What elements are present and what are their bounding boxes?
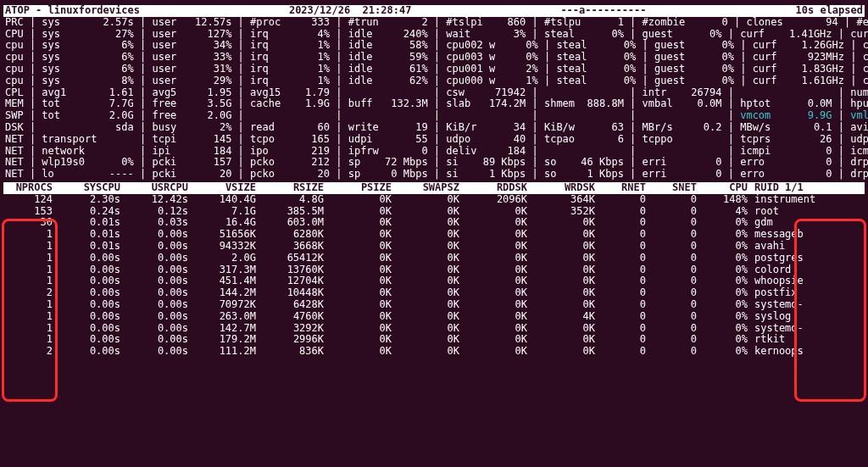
metric-value: 34%	[189, 40, 232, 52]
metric-value: 0%	[691, 52, 734, 64]
column-header[interactable]: WRDSK	[527, 182, 595, 194]
cell: 0K	[324, 206, 392, 218]
cell: 0.00s	[53, 311, 120, 323]
cell: 2.0G	[188, 253, 256, 264]
cell: 0K	[392, 311, 459, 323]
cell: 0K	[324, 253, 392, 264]
metric-label: avg5	[152, 87, 188, 99]
metric-value: 1%	[287, 75, 330, 87]
sys-row: NET | wlp19s0 0% | pcki 157 | pcko 212 |…	[5, 157, 863, 169]
column-header[interactable]: SNET	[646, 182, 697, 194]
metric-value: 0	[783, 146, 832, 158]
cell: 0	[595, 264, 646, 276]
process-row[interactable]: 10.00s0.00s451.4M12704K0K0K0K0K000%whoop…	[7, 275, 861, 287]
cell: systemd-	[748, 299, 824, 311]
metric-value: 20	[287, 169, 330, 181]
metric-label: curscal	[863, 75, 868, 87]
process-row[interactable]: 1242.30s12.42s140.4G4.8G0K0K2096K364K001…	[7, 194, 861, 206]
metric-value: 2.57s	[97, 17, 133, 29]
column-header[interactable]: SWAPSZ	[392, 182, 459, 194]
sys-row: NET | lo ---- | pcki 20 | pcko 20 | sp 0…	[5, 169, 863, 181]
metric-label: curscal	[850, 29, 868, 41]
process-row[interactable]: 10.00s0.00s2.0G65412K0K0K0K0K000%postgre…	[7, 253, 861, 264]
metric-label: wait	[446, 29, 482, 41]
process-row[interactable]: 10.00s0.00s70972K6428K0K0K0K0K000%system…	[7, 299, 861, 311]
metric-label: guest	[654, 52, 691, 64]
metric-value: 72 Mbps	[385, 157, 428, 169]
metric-value: 157	[189, 157, 232, 169]
metric-value: 40	[483, 134, 526, 146]
cell: 0%	[697, 275, 748, 287]
metric-value: 240%	[385, 29, 428, 41]
metric-value: 2%	[495, 64, 538, 75]
process-row[interactable]: 10.01s0.00s51656K6280K0K0K0K0K000%messag…	[7, 229, 861, 241]
cell: postfix	[748, 287, 824, 299]
metric-value: 7.7G	[97, 98, 133, 110]
column-header[interactable]: RNET	[595, 182, 646, 194]
metric-label: idle	[348, 52, 385, 64]
metric-label: erri	[643, 169, 679, 181]
column-header[interactable]: RSIZE	[256, 182, 324, 194]
sys-row: NET | network | ipi 184 | ipo 219 | ipfr…	[5, 146, 863, 158]
metric-value: 9.9G	[783, 110, 832, 122]
cell: 179.2M	[188, 334, 256, 346]
column-header[interactable]: CPU	[697, 182, 748, 194]
metric-label: user	[152, 52, 188, 64]
metric-value: 0.0M	[783, 98, 832, 110]
cell: avahi	[748, 241, 824, 253]
metric-label: udpi	[348, 134, 385, 146]
metric-label: free	[152, 110, 188, 122]
metric-label: sys	[42, 17, 97, 29]
metric-label: steal	[556, 40, 593, 52]
metric-label: erro	[740, 157, 783, 169]
column-header[interactable]: NPROCS	[7, 182, 53, 194]
metric-label: slab	[446, 98, 482, 110]
row-tag: cpu |	[5, 40, 42, 52]
process-row[interactable]: 20.00s0.00s111.2M836K0K0K0K0K000%kernoop…	[7, 346, 861, 358]
cell: 1	[7, 229, 53, 241]
column-header[interactable]: SYSCPU	[53, 182, 120, 194]
process-row[interactable]: 20.00s0.00s144.2M10448K0K0K0K0K000%postf…	[7, 287, 861, 299]
metric-label: ipi	[152, 146, 188, 158]
process-row[interactable]: 10.00s0.00s142.7M3292K0K0K0K0K000%system…	[7, 323, 861, 335]
metric-label	[544, 87, 581, 99]
metric-label	[42, 122, 97, 134]
cell: 0K	[527, 275, 595, 287]
metric-value: 33%	[189, 52, 232, 64]
process-row[interactable]: 300.01s0.03s16.4G603.0M0K0K0K0K000%gdm	[7, 217, 861, 229]
cell: 0K	[324, 323, 392, 335]
column-header[interactable]: RDDSK	[459, 182, 527, 194]
metric-label: tcppo	[643, 134, 679, 146]
cell: 0K	[392, 346, 459, 358]
cell: 3292K	[256, 323, 324, 335]
column-header[interactable]: USRCPU	[120, 182, 188, 194]
metric-value: 1.26GHz	[795, 40, 844, 52]
metric-label: so	[544, 169, 581, 181]
cell: 16.4G	[188, 217, 256, 229]
process-row[interactable]: 10.00s0.00s317.3M13760K0K0K0K0K000%color…	[7, 264, 861, 276]
metric-value: 19	[385, 122, 428, 134]
metric-label: idle	[348, 40, 385, 52]
cell: 12.42s	[120, 194, 188, 206]
metric-value: 29%	[189, 75, 232, 87]
cell: 0K	[527, 299, 595, 311]
cell: 0K	[324, 287, 392, 299]
cell: 1	[7, 241, 53, 253]
column-header[interactable]: PSIZE	[324, 182, 392, 194]
cell: 0.01s	[53, 217, 120, 229]
process-row[interactable]: 1530.24s0.12s7.1G385.5M0K0K0K352K004%roo…	[7, 206, 861, 218]
cell: rtkit	[748, 334, 824, 346]
column-header[interactable]: VSIZE	[188, 182, 256, 194]
process-row[interactable]: 10.01s0.00s94332K3668K0K0K0K0K000%avahi	[7, 241, 861, 253]
metric-label: vmcom	[740, 110, 783, 122]
sys-row: NET | transport | tcpi 145 | tcpo 165 | …	[5, 134, 863, 146]
cell: 0	[595, 241, 646, 253]
process-row[interactable]: 10.00s0.00s179.2M2996K0K0K0K0K000%rtkit	[7, 334, 861, 346]
cell: 0K	[459, 323, 527, 335]
cell: 0K	[459, 275, 527, 287]
column-header[interactable]: RUID 1/1	[748, 182, 824, 194]
metric-label: guest	[643, 29, 679, 41]
process-row[interactable]: 10.00s0.00s263.0M4760K0K0K0K4K000%syslog	[7, 311, 861, 323]
metric-value: 60	[287, 122, 330, 134]
metric-label: curf	[753, 64, 796, 75]
